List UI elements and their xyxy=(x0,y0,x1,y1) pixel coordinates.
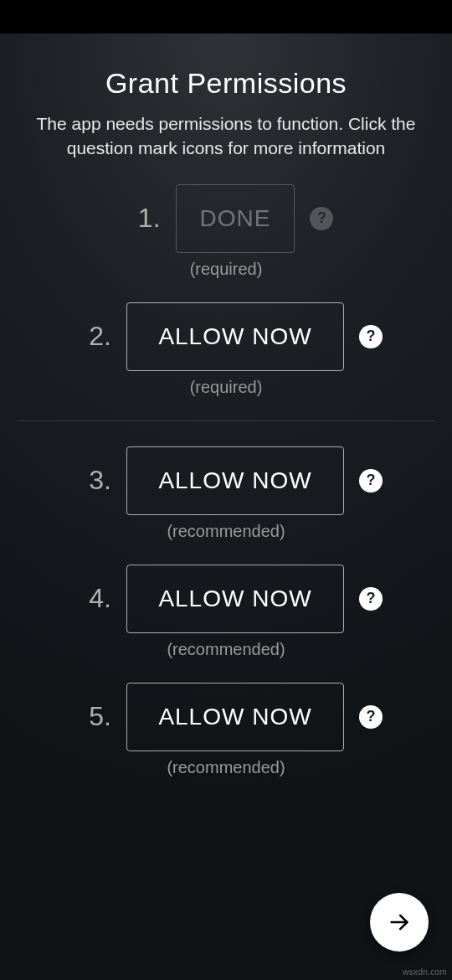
permission-row-4: 4. ALLOW NOW ? xyxy=(0,565,452,633)
help-icon[interactable]: ? xyxy=(359,587,383,611)
page-title: Grant Permissions xyxy=(0,67,452,100)
permission-row-1: 1. DONE ? xyxy=(0,184,452,253)
hint-recommended: (recommended) xyxy=(0,522,452,541)
hint-recommended: (recommended) xyxy=(0,758,452,777)
page-subtitle: The app needs permissions to function. C… xyxy=(0,111,452,161)
row-number: 5. xyxy=(69,701,111,732)
permission-row-5: 5. ALLOW NOW ? xyxy=(0,683,452,751)
permission-row-2: 2. ALLOW NOW ? xyxy=(0,302,452,371)
allow-now-button[interactable]: ALLOW NOW xyxy=(126,565,344,633)
next-button[interactable] xyxy=(370,893,429,952)
watermark: wsxdn.com xyxy=(403,967,447,977)
permission-row-3: 3. ALLOW NOW ? xyxy=(0,446,452,515)
help-icon[interactable]: ? xyxy=(359,469,383,493)
help-icon[interactable]: ? xyxy=(310,207,333,230)
row-number: 1. xyxy=(119,203,161,234)
help-icon[interactable]: ? xyxy=(359,705,383,729)
hint-required: (required) xyxy=(0,260,452,279)
done-button: DONE xyxy=(176,184,295,253)
allow-now-button[interactable]: ALLOW NOW xyxy=(126,446,344,515)
arrow-right-icon xyxy=(388,910,411,934)
hint-required: (required) xyxy=(0,378,452,397)
allow-now-button[interactable]: ALLOW NOW xyxy=(126,683,344,751)
hint-recommended: (recommended) xyxy=(0,640,452,659)
allow-now-button[interactable]: ALLOW NOW xyxy=(126,302,344,371)
row-number: 2. xyxy=(69,321,111,352)
status-bar xyxy=(0,0,452,34)
grant-permissions-screen: Grant Permissions The app needs permissi… xyxy=(0,34,452,980)
section-divider xyxy=(17,420,435,421)
row-number: 3. xyxy=(69,465,111,496)
help-icon[interactable]: ? xyxy=(359,325,383,348)
row-number: 4. xyxy=(69,583,111,614)
